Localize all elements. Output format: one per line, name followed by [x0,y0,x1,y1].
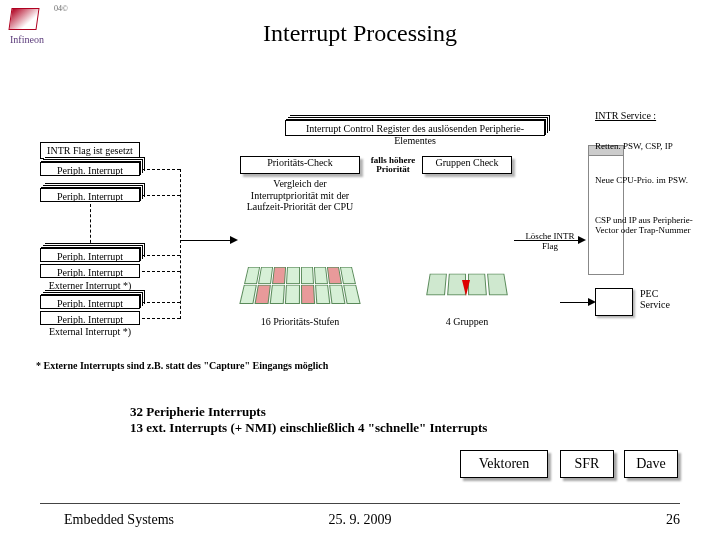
priority-compare-text: Vergleich der Interruptpriorität mit der… [240,178,360,213]
service-step-3: CSP und IP aus Peripherie-Vector oder Tr… [595,216,695,236]
periph-interrupt-3: Periph. Interrupt [40,248,140,262]
summary: 32 Peripherie Interrupts 13 ext. Interru… [130,404,487,437]
summary-line-2: 13 ext. Interrupts (+ NMI) einschließlic… [130,420,487,436]
service-step-2: Neue CPU-Prio. im PSW. [595,176,695,186]
footer-date: 25. 9. 2009 [0,512,720,528]
summary-line-1: 32 Peripherie Interrupts [130,404,487,420]
clear-flag-label: Lösche INTR Flag [520,232,580,252]
groups-caption: 4 Gruppen [422,316,512,327]
page-title: Interrupt Processing [0,20,720,47]
periph-interrupt-5: Periph. Interrupt [40,295,140,309]
group-check-box: Gruppen Check [422,156,512,174]
periph-interrupt-6: Periph. Interrupt [40,311,140,325]
pec-box [595,288,633,316]
intr-register-box: Interrupt Control Register des auslösend… [285,120,545,136]
footer-divider [40,503,680,504]
priority-levels-caption: 16 Prioritäts-Stufen [240,316,360,327]
slide-id: 04© [54,4,68,13]
service-step-1: Retten. PSW, CSP, IP [595,142,695,152]
vectors-button[interactable]: Vektoren [460,450,548,478]
dave-button[interactable]: Dave [624,450,678,478]
priority-levels-graphic [239,267,360,304]
intr-service-title: INTR Service : [595,110,695,121]
priority-check-box: Prioritäts-Check [240,156,360,174]
flag-tag: INTR Flag ist gesetzt [40,142,140,159]
diagram: Interrupt Control Register des auslösend… [30,120,690,380]
sfr-button[interactable]: SFR [560,450,614,478]
if-higher-priority: falls höhere Priorität [368,156,418,175]
page-number: 26 [666,512,680,528]
periph-interrupt-1: Periph. Interrupt [40,162,140,176]
service-box [588,145,624,275]
ext-interrupt-caption-1: Externer Interrupt *) [35,280,145,291]
pec-label: PEC Service [640,288,690,310]
periph-interrupt-2: Periph. Interrupt [40,188,140,202]
group-arrow-icon [462,280,470,296]
ext-interrupt-caption-2: External Interrupt *) [35,326,145,337]
footnote: * Externe Interrupts sind z.B. statt des… [36,360,328,372]
periph-interrupt-4: Periph. Interrupt [40,264,140,278]
